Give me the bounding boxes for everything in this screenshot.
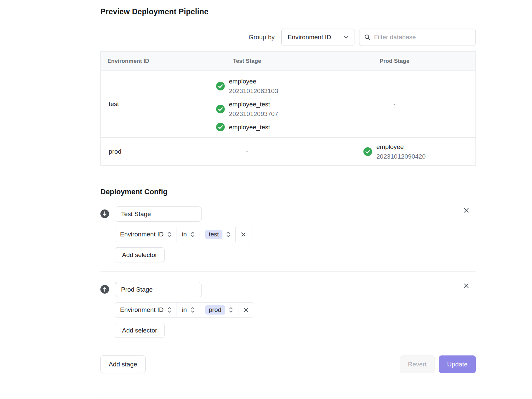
selector-operator-select[interactable]: in xyxy=(177,303,200,317)
toolbar: Group by Environment ID xyxy=(100,29,476,46)
deployment-item: employee 20231012083103 xyxy=(216,76,278,96)
database-name: employee xyxy=(376,142,426,152)
database-name: employee xyxy=(229,76,278,86)
deployment-list: employee 20231012090420 xyxy=(363,142,426,161)
add-selector-button[interactable]: Add selector xyxy=(115,323,165,338)
success-check-icon xyxy=(216,82,225,90)
stage-name-input[interactable] xyxy=(115,282,202,297)
preview-deployment-pipeline-panel: Preview Deployment Pipeline Group by Env… xyxy=(100,7,476,392)
stage-name-input[interactable] xyxy=(115,206,202,222)
stage-divider xyxy=(100,271,476,272)
group-by-select[interactable]: Environment ID xyxy=(281,29,354,46)
close-icon xyxy=(243,307,249,313)
selector-operator: in xyxy=(182,306,187,314)
remove-stage-button[interactable] xyxy=(463,282,470,289)
deployment-list: employee 20231012083103 employee_test 20… xyxy=(216,76,278,132)
database-name: employee_test xyxy=(229,122,270,132)
table-row-prod: prod - employee 20231012090420 xyxy=(101,137,475,165)
selector-value-tag: prod xyxy=(205,305,225,315)
selector-value-tag: test xyxy=(205,230,223,239)
revert-button[interactable]: Revert xyxy=(400,355,435,373)
deployment-text: employee_test xyxy=(229,122,270,132)
updown-chevron-icon xyxy=(167,306,172,314)
page-title: Preview Deployment Pipeline xyxy=(100,7,476,16)
add-selector-button[interactable]: Add selector xyxy=(115,247,165,262)
deployment-item: employee 20231012090420 xyxy=(363,142,426,161)
close-icon xyxy=(463,207,470,214)
pipeline-table: Environment ID Test Stage Prod Stage tes… xyxy=(100,51,476,166)
deployment-text: employee_test 20231012093707 xyxy=(229,99,278,119)
updown-chevron-icon xyxy=(229,306,233,314)
stage-body: Environment ID in prod xyxy=(115,282,254,338)
selector-key: Environment ID xyxy=(120,306,164,314)
update-button[interactable]: Update xyxy=(439,355,476,373)
deployment-item: employee_test 20231012093707 xyxy=(216,99,278,119)
move-down-icon[interactable] xyxy=(100,209,109,218)
success-check-icon xyxy=(216,105,225,113)
column-header-prod-stage: Prod Stage xyxy=(314,58,475,65)
bottom-divider xyxy=(100,392,476,392)
test-stage-empty: - xyxy=(181,148,314,155)
selector-key-select[interactable]: Environment ID xyxy=(115,303,177,317)
column-header-test-stage: Test Stage xyxy=(181,58,314,65)
deployment-text: employee 20231012083103 xyxy=(229,76,278,96)
search-icon xyxy=(364,34,371,41)
table-row-test: test employee 20231012083103 xyxy=(101,71,475,137)
prod-stage-empty: - xyxy=(314,100,475,108)
stage-config-prod: Environment ID in prod xyxy=(100,282,476,338)
database-name: employee_test xyxy=(229,99,278,109)
selector-key-select[interactable]: Environment ID xyxy=(115,227,177,242)
group-by-value: Environment ID xyxy=(288,34,331,41)
prod-stage-cell: employee 20231012090420 xyxy=(314,142,475,161)
schema-version: 20231012093707 xyxy=(229,109,278,119)
updown-chevron-icon xyxy=(226,231,230,238)
success-check-icon xyxy=(363,147,372,156)
filter-database-input[interactable] xyxy=(374,34,471,41)
remove-stage-button[interactable] xyxy=(463,206,470,214)
column-header-environment-id: Environment ID xyxy=(101,58,181,65)
close-icon xyxy=(463,282,470,289)
selector-key: Environment ID xyxy=(120,231,164,238)
selector-operator: in xyxy=(182,231,187,238)
stage-body: Environment ID in test xyxy=(115,206,251,262)
remove-selector-button[interactable] xyxy=(238,303,254,317)
schema-version: 20231012083103 xyxy=(229,86,278,96)
updown-chevron-icon xyxy=(167,231,172,238)
close-icon xyxy=(240,231,246,237)
group-by-label: Group by xyxy=(249,34,275,41)
move-up-icon[interactable] xyxy=(100,285,109,294)
deployment-config-title: Deployment Config xyxy=(100,188,476,196)
success-check-icon xyxy=(216,123,225,131)
remove-selector-button[interactable] xyxy=(235,227,251,242)
updown-chevron-icon xyxy=(191,231,195,238)
environment-id-cell: prod xyxy=(101,148,181,155)
test-stage-cell: employee 20231012083103 employee_test 20… xyxy=(181,76,314,132)
schema-version: 20231012090420 xyxy=(376,152,426,161)
stage-config-test: Environment ID in test xyxy=(100,206,476,262)
selector-operator-select[interactable]: in xyxy=(177,227,200,242)
selector-values-select[interactable]: prod xyxy=(200,303,238,317)
updown-chevron-icon xyxy=(191,306,195,314)
pipeline-table-header: Environment ID Test Stage Prod Stage xyxy=(101,52,475,71)
selector-values-select[interactable]: test xyxy=(200,227,236,242)
chevron-down-icon xyxy=(343,35,349,40)
filter-database-searchbox[interactable] xyxy=(359,29,476,46)
deployment-text: employee 20231012090420 xyxy=(376,142,426,161)
footer-right-actions: Revert Update xyxy=(400,355,476,373)
deployment-item: employee_test xyxy=(216,122,278,132)
environment-id-cell: test xyxy=(101,100,181,108)
label-selector: Environment ID in prod xyxy=(115,302,254,318)
section-divider xyxy=(100,347,476,347)
add-stage-button[interactable]: Add stage xyxy=(100,355,146,373)
label-selector: Environment ID in test xyxy=(115,227,251,242)
footer-actions: Add stage Revert Update xyxy=(100,355,476,373)
